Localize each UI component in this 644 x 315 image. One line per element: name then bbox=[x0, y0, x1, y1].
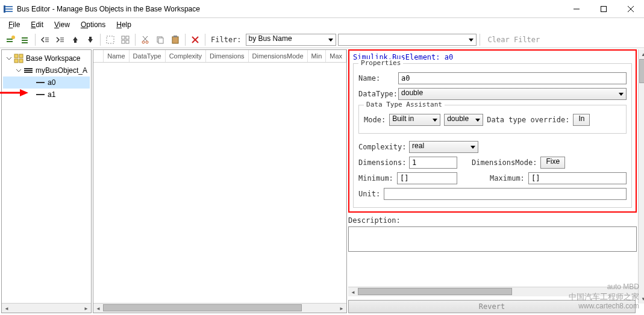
dimensions-label: Dimensions: bbox=[358, 158, 405, 167]
toolbar: Filter: by Bus Name Clear Filter bbox=[0, 31, 644, 48]
titlebar: Bus Editor - Manage Bus Objects in the B… bbox=[0, 0, 644, 18]
menu-help[interactable]: Help bbox=[111, 19, 136, 30]
unit-input[interactable] bbox=[384, 188, 627, 200]
min-label: Minimum: bbox=[358, 174, 393, 182]
tree-element-a0[interactable]: a0 bbox=[3, 76, 90, 89]
menu-options[interactable]: Options bbox=[76, 19, 110, 30]
mode-select[interactable]: Built in bbox=[389, 114, 440, 126]
svg-rect-34 bbox=[174, 36, 177, 37]
tree-element-label: a1 bbox=[48, 90, 55, 99]
th-min[interactable]: Min bbox=[308, 50, 327, 62]
svg-rect-20 bbox=[74, 40, 77, 43]
scroll-right-icon[interactable]: ► bbox=[81, 304, 91, 313]
tree: Base Workspace myBusObject_A a0 a1 bbox=[2, 50, 91, 303]
th-datatype[interactable]: DataType bbox=[130, 50, 166, 62]
revert-button[interactable]: Revert bbox=[348, 300, 636, 313]
details-scrollbar-v[interactable]: ▲ ▼ bbox=[638, 49, 644, 304]
th-blank bbox=[93, 50, 104, 62]
th-max[interactable]: Max bbox=[326, 50, 346, 62]
maximize-button[interactable] bbox=[590, 0, 617, 17]
menu-view[interactable]: View bbox=[49, 19, 75, 30]
svg-point-28 bbox=[146, 41, 148, 43]
svg-rect-38 bbox=[14, 54, 18, 58]
properties-highlight-box: Simulink.BusElement: a0 Properties Name:… bbox=[348, 49, 637, 213]
name-label: Name: bbox=[358, 74, 395, 83]
paste-icon[interactable] bbox=[169, 33, 182, 46]
table-header: Name DataType Complexity Dimensions Dime… bbox=[93, 50, 346, 63]
toolbar-separator bbox=[185, 34, 186, 46]
scroll-down-icon[interactable]: ▼ bbox=[639, 294, 644, 304]
th-dimmode[interactable]: DimensionsMode bbox=[249, 50, 308, 62]
svg-rect-21 bbox=[89, 37, 92, 39]
svg-rect-41 bbox=[19, 59, 23, 63]
description-textarea[interactable] bbox=[348, 226, 637, 252]
signal-icon bbox=[36, 90, 45, 99]
svg-rect-13 bbox=[22, 42, 28, 43]
toolbar-separator bbox=[205, 34, 205, 46]
table-scrollbar-h[interactable]: ◄ ► bbox=[93, 303, 346, 313]
dta-fieldset: Data Type Assistant Mode: Built in doubl… bbox=[358, 105, 627, 134]
scroll-up-icon[interactable]: ▲ bbox=[639, 49, 644, 59]
scroll-left-icon[interactable]: ◄ bbox=[2, 304, 11, 313]
window-title: Bus Editor - Manage Bus Objects in the B… bbox=[17, 5, 200, 13]
tree-root[interactable]: Base Workspace bbox=[3, 52, 90, 64]
delete-icon[interactable] bbox=[189, 33, 202, 46]
description-label: Description: bbox=[348, 216, 401, 225]
copy-icon[interactable] bbox=[154, 33, 167, 46]
outdent-icon[interactable] bbox=[39, 33, 52, 46]
svg-rect-9 bbox=[7, 41, 13, 42]
max-input[interactable] bbox=[528, 172, 627, 184]
svg-rect-2 bbox=[4, 11, 13, 12]
scroll-right-icon[interactable]: ► bbox=[337, 304, 346, 313]
toolbar-separator bbox=[480, 34, 480, 46]
filter-value-input[interactable] bbox=[338, 34, 477, 46]
th-name[interactable]: Name bbox=[104, 50, 129, 62]
new-element-icon[interactable] bbox=[19, 33, 32, 46]
name-input[interactable] bbox=[398, 72, 627, 84]
tree-scrollbar-h[interactable]: ◄ ► bbox=[2, 303, 91, 313]
svg-rect-3 bbox=[4, 5, 5, 13]
indent-icon[interactable] bbox=[54, 33, 67, 46]
collapse-icon[interactable] bbox=[5, 55, 13, 62]
svg-point-27 bbox=[142, 41, 145, 43]
svg-rect-33 bbox=[172, 37, 178, 43]
filter-mode-select[interactable]: by Bus Name bbox=[246, 34, 336, 46]
new-bus-icon[interactable] bbox=[4, 33, 17, 46]
mode-type-select[interactable]: double bbox=[444, 114, 483, 126]
th-dimensions[interactable]: Dimensions bbox=[206, 50, 248, 62]
min-input[interactable] bbox=[397, 172, 457, 184]
menu-edit[interactable]: Edit bbox=[26, 19, 48, 30]
move-up-icon[interactable] bbox=[69, 33, 82, 46]
dimensions-input[interactable] bbox=[409, 157, 457, 169]
datatype-select[interactable]: double bbox=[398, 88, 627, 100]
minimize-button[interactable] bbox=[563, 0, 590, 17]
svg-rect-32 bbox=[158, 38, 163, 43]
cut-icon[interactable] bbox=[139, 33, 152, 46]
svg-rect-23 bbox=[122, 36, 125, 39]
details-scrollbar-h[interactable]: ◄ ► bbox=[348, 287, 644, 296]
svg-rect-11 bbox=[22, 37, 28, 39]
scroll-left-icon[interactable]: ◄ bbox=[93, 304, 103, 313]
tree-bus[interactable]: myBusObject_A bbox=[3, 64, 90, 76]
table-panel: Name DataType Complexity Dimensions Dime… bbox=[93, 49, 347, 313]
move-down-icon[interactable] bbox=[84, 33, 97, 46]
menubar: File Edit View Options Help bbox=[0, 18, 644, 31]
scroll-left-icon[interactable]: ◄ bbox=[348, 287, 358, 297]
close-button[interactable] bbox=[617, 0, 644, 17]
max-label: Maximum: bbox=[490, 174, 525, 182]
clear-filter-button[interactable]: Clear Filter bbox=[488, 36, 540, 44]
th-complexity[interactable]: Complexity bbox=[166, 50, 206, 62]
dimmode-label: DimensionsMode: bbox=[472, 158, 537, 167]
svg-rect-24 bbox=[126, 36, 129, 39]
datatype-label: DataType: bbox=[358, 90, 395, 98]
menu-file[interactable]: File bbox=[4, 19, 25, 30]
export-icon[interactable] bbox=[119, 33, 132, 46]
complexity-select[interactable]: real bbox=[409, 141, 478, 153]
override-button[interactable]: In bbox=[573, 114, 590, 126]
import-icon[interactable] bbox=[104, 33, 117, 46]
collapse-icon[interactable] bbox=[15, 67, 22, 74]
svg-rect-12 bbox=[22, 40, 28, 41]
tree-element-a1[interactable]: a1 bbox=[3, 89, 90, 101]
dimmode-button[interactable]: Fixe bbox=[540, 157, 565, 169]
titlebar-left: Bus Editor - Manage Bus Objects in the B… bbox=[4, 4, 200, 14]
